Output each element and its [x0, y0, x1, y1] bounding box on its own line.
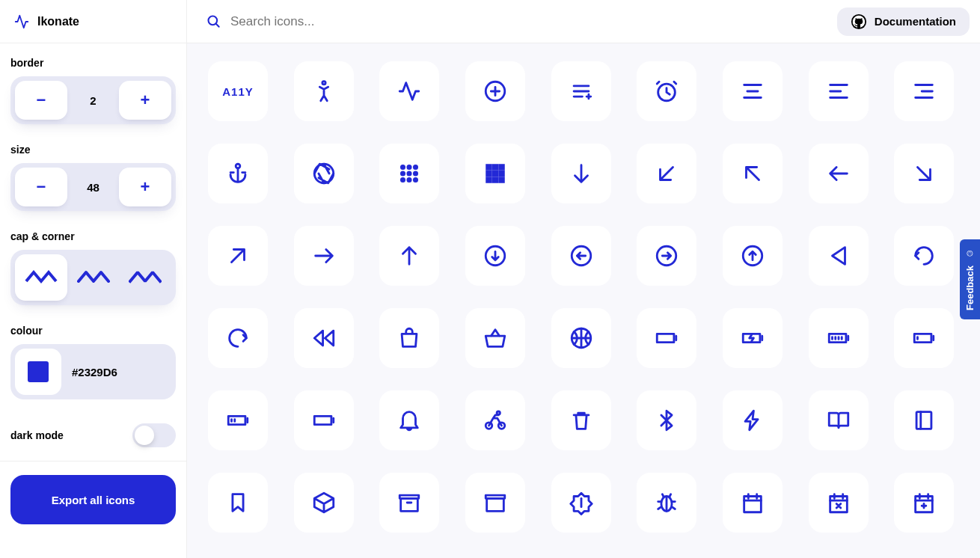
dark-mode-row: dark mode — [0, 416, 186, 462]
zigzag-miter-icon — [25, 266, 58, 289]
svg-rect-30 — [658, 334, 675, 342]
size-increment-button[interactable]: + — [119, 168, 171, 206]
icon-cell-aperture[interactable] — [294, 144, 354, 203]
search-input[interactable] — [230, 14, 530, 29]
icon-cell-box-alt[interactable] — [465, 473, 525, 533]
icon-cell-calendar[interactable] — [723, 473, 783, 533]
icon-cell-undo[interactable] — [894, 226, 954, 286]
search-icon — [206, 14, 221, 29]
icon-cell-arrow-up-circle[interactable] — [723, 226, 783, 286]
icon-cell-add-circle[interactable] — [465, 61, 525, 121]
icon-cell-brightness[interactable] — [551, 473, 611, 533]
icon-cell-bluetooth[interactable] — [637, 390, 696, 450]
icon-cell-box-storage[interactable] — [379, 473, 439, 533]
icon-cell-battery-low[interactable] — [894, 308, 954, 368]
battery-medium-icon — [225, 408, 251, 433]
icon-cell-bell[interactable] — [379, 390, 439, 450]
feedback-tab[interactable]: Feedback ☺ — [960, 239, 980, 319]
icon-cell-apps-grid[interactable] — [465, 144, 525, 203]
icon-cell-battery-full[interactable] — [809, 308, 869, 368]
align-right-icon — [911, 79, 937, 104]
cap-option-round[interactable] — [67, 254, 120, 301]
svg-rect-21 — [500, 171, 504, 176]
border-increment-button[interactable]: + — [119, 81, 171, 120]
icon-cell-bookmark[interactable] — [208, 473, 268, 533]
box-storage-icon — [396, 490, 422, 515]
icon-cell-bug[interactable] — [637, 473, 696, 533]
svg-point-15 — [414, 178, 417, 181]
export-button[interactable]: Export all icons — [10, 475, 176, 524]
svg-rect-18 — [500, 165, 504, 170]
icon-cell-arrow-left-circle[interactable] — [551, 226, 611, 286]
icon-cell-box[interactable] — [294, 473, 354, 533]
arrow-right-circle-icon — [654, 243, 679, 269]
icon-cell-arrow-down[interactable] — [551, 144, 611, 203]
cap-option-bevel[interactable] — [119, 254, 171, 301]
icon-cell-rewind[interactable] — [294, 308, 354, 368]
icon-cell-align-left[interactable] — [809, 61, 869, 121]
icon-cell-apps-dots[interactable] — [379, 144, 439, 203]
border-decrement-button[interactable]: − — [15, 81, 67, 120]
icon-cell-bin[interactable] — [551, 390, 611, 450]
icon-cell-battery-medium[interactable] — [208, 390, 268, 450]
arrow-down-left-icon — [654, 161, 679, 186]
icon-cell-calendar-x[interactable] — [809, 473, 869, 533]
battery-icon — [311, 408, 337, 433]
icon-cell-battery-empty[interactable] — [637, 308, 696, 368]
icon-cell-arrow-left[interactable] — [809, 144, 869, 203]
svg-rect-24 — [500, 178, 504, 183]
icon-cell-arrow-right-circle[interactable] — [637, 226, 696, 286]
undo-icon — [911, 243, 937, 269]
icon-cell-bike[interactable] — [465, 390, 525, 450]
icon-cell-alarm[interactable] — [637, 61, 696, 121]
icon-cell-arrow-right[interactable] — [294, 226, 354, 286]
icon-cell-back-triangle[interactable] — [809, 226, 869, 286]
cap-option-miter[interactable] — [15, 254, 67, 301]
icon-cell-activity[interactable] — [379, 61, 439, 121]
anchor-icon — [225, 161, 251, 186]
icon-cell-basket[interactable] — [465, 308, 525, 368]
icon-cell-bolt[interactable] — [723, 390, 783, 450]
icon-cell-arrow-up-left[interactable] — [723, 144, 783, 203]
icon-cell-align-center[interactable] — [723, 61, 783, 121]
dark-mode-toggle[interactable] — [132, 423, 176, 447]
add-circle-icon — [483, 79, 508, 104]
cap-label: cap & corner — [10, 230, 176, 242]
icon-cell-bag[interactable] — [379, 308, 439, 368]
bluetooth-icon — [654, 408, 679, 433]
size-decrement-button[interactable]: − — [15, 168, 67, 206]
arrow-up-right-icon — [225, 243, 251, 269]
icon-cell-basketball[interactable] — [551, 308, 611, 368]
icon-cell-arrow-up[interactable] — [379, 226, 439, 286]
icon-cell-calendar-add[interactable] — [894, 473, 954, 533]
icon-cell-anchor[interactable] — [208, 144, 268, 203]
icon-cell-add-to-list[interactable] — [551, 61, 611, 121]
book-icon — [911, 408, 937, 433]
icon-cell-battery-charging[interactable] — [723, 308, 783, 368]
svg-rect-17 — [493, 165, 497, 170]
icon-cell-book-open[interactable] — [809, 390, 869, 450]
arrow-up-circle-icon — [740, 243, 765, 269]
icon-cell-arrow-up-right[interactable] — [208, 226, 268, 286]
icon-cell-arrow-down-circle[interactable] — [465, 226, 525, 286]
colour-picker[interactable]: #2329D6 — [10, 344, 176, 399]
icon-cell-battery[interactable] — [294, 390, 354, 450]
bookmark-icon — [225, 490, 251, 515]
icon-cell-align-right[interactable] — [894, 61, 954, 121]
box-alt-icon — [483, 490, 508, 515]
battery-charging-icon — [740, 325, 765, 351]
app-name: Ikonate — [37, 15, 79, 28]
icon-cell-arrow-down-right[interactable] — [894, 144, 954, 203]
documentation-button[interactable]: Documentation — [837, 7, 970, 36]
svg-rect-22 — [487, 178, 491, 183]
arrow-left-circle-icon — [569, 243, 594, 269]
icon-cell-arrow-down-left[interactable] — [637, 144, 696, 203]
arrow-up-left-icon — [740, 161, 765, 186]
icon-cell-book[interactable] — [894, 390, 954, 450]
svg-rect-45 — [744, 497, 762, 512]
icon-cell-a11y[interactable]: A11Y — [208, 61, 268, 121]
svg-point-11 — [408, 172, 411, 175]
icon-cell-redo[interactable] — [208, 308, 268, 368]
svg-point-9 — [414, 165, 417, 168]
icon-cell-accessibility-person[interactable] — [294, 61, 354, 121]
